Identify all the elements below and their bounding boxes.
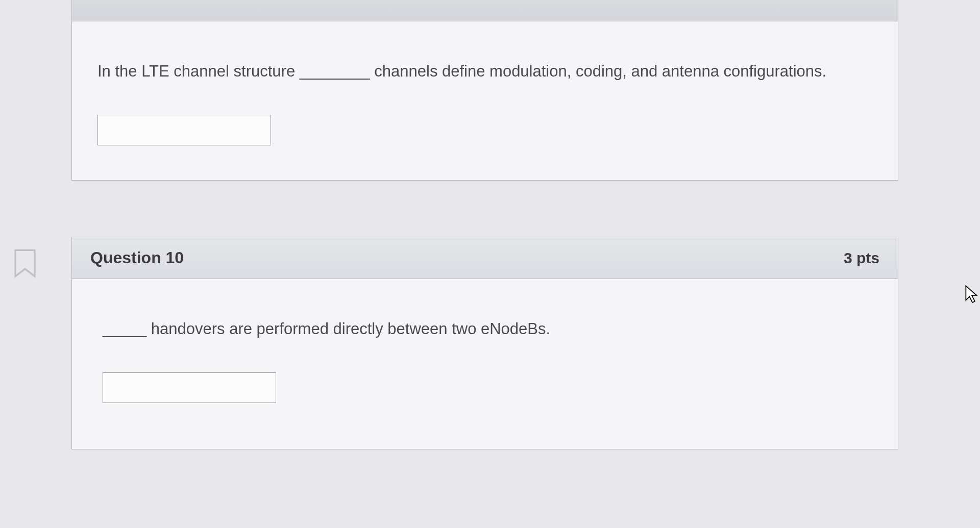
question-text-10: _____ handovers are performed directly b… — [103, 316, 872, 342]
answer-input-10[interactable] — [103, 372, 276, 403]
quiz-content: In the LTE channel structure ________ ch… — [71, 0, 898, 506]
question-header-stub — [72, 0, 898, 21]
question-card-10: Question 10 3 pts _____ handovers are pe… — [71, 237, 898, 449]
cursor-icon — [965, 285, 979, 304]
question-card-9: In the LTE channel structure ________ ch… — [71, 0, 898, 181]
question-header-10: Question 10 3 pts — [72, 237, 898, 279]
question-body-9: In the LTE channel structure ________ ch… — [72, 21, 898, 180]
bookmark-icon — [13, 248, 37, 278]
answer-input-9[interactable] — [97, 115, 271, 145]
question-title-10: Question 10 — [90, 248, 184, 267]
question-body-10: _____ handovers are performed directly b… — [72, 279, 898, 449]
question-points-10: 3 pts — [844, 249, 879, 267]
question-text-9: In the LTE channel structure ________ ch… — [97, 58, 872, 84]
